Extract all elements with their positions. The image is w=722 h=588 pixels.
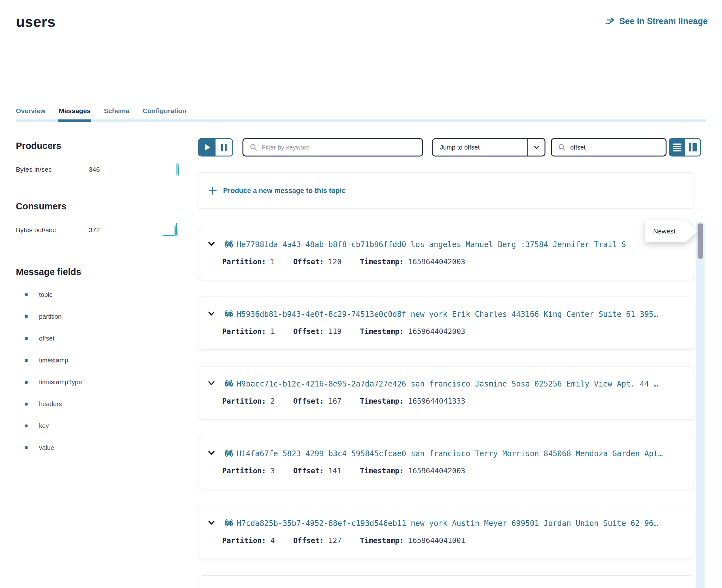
message-fields-list: topic partition offset timestamp timesta… [16, 291, 198, 451]
message-meta: Partition: 2 Offset: 167 Timestamp: 1659… [222, 397, 686, 405]
stream-lineage-icon [605, 17, 616, 26]
bytes-out-value: 372 [89, 226, 100, 234]
message-card[interactable]: �� H9bacc71c-b12c-4216-8e95-2a7da727e426… [198, 366, 694, 419]
message-meta: Partition: 4 Offset: 127 Timestamp: 1659… [222, 537, 686, 545]
play-button[interactable] [199, 139, 215, 155]
split-view-button[interactable] [685, 139, 700, 155]
field-item-value[interactable]: value [16, 444, 198, 451]
play-icon [205, 144, 210, 150]
produce-message-label: Produce a new message to this topic [223, 187, 346, 195]
partition-value: 3 [270, 467, 275, 475]
message-preview-text: H7cda825b-35b7-4952-88ef-c193d546eb11 ne… [237, 519, 686, 528]
chevron-down-icon [528, 139, 544, 155]
partition-value: 4 [270, 537, 275, 545]
message-card[interactable]: �� Hba30eed7-1edc-452b-8b1a-738d3b5d8a9a… [198, 575, 694, 588]
live-consume-toggle [198, 138, 233, 156]
field-bullet-icon [25, 359, 27, 362]
field-item-timestamp[interactable]: timestamp [16, 357, 198, 364]
field-item-key[interactable]: key [16, 422, 198, 429]
plus-icon [208, 186, 218, 195]
message-meta: Partition: 3 Offset: 141 Timestamp: 1659… [222, 467, 686, 475]
offset-value: 120 [328, 257, 342, 266]
partition-value: 1 [270, 327, 275, 336]
binary-key-icon: �� [224, 310, 233, 319]
see-in-stream-lineage-link[interactable]: See in Stream lineage [605, 17, 708, 26]
field-bullet-icon [25, 337, 27, 340]
partition-value: 1 [270, 257, 275, 266]
tab-messages[interactable]: Messages [59, 107, 90, 122]
field-bullet-icon [25, 381, 27, 384]
offset-search-field [551, 138, 666, 156]
jump-to-offset-select[interactable]: Jump to offset [432, 138, 545, 156]
topic-tabs: Overview Messages Schema Configuration [16, 69, 706, 122]
message-card[interactable]: �� H14fa67fe-5823-4299-b3c4-595845cfcae0… [198, 436, 694, 489]
offset-search-input[interactable] [570, 144, 659, 151]
expand-chevron-icon[interactable] [207, 379, 215, 389]
binary-key-icon: �� [224, 449, 233, 458]
search-icon [250, 144, 257, 151]
message-card[interactable]: �� H5936db81-b943-4e0f-8c29-74513e0c0d8f… [198, 296, 694, 350]
expand-chevron-icon[interactable] [207, 240, 215, 249]
bytes-out-sparkline [162, 222, 181, 238]
filter-field [243, 138, 423, 156]
message-fields-heading: Message fields [16, 267, 198, 277]
see-in-stream-lineage-label: See in Stream lineage [619, 17, 708, 26]
bytes-in-value: 346 [89, 166, 100, 173]
timestamp-value: 1659644041001 [408, 537, 465, 545]
field-item-headers[interactable]: headers [16, 400, 198, 408]
newest-tooltip-label: Newest [645, 220, 697, 243]
filter-by-keyword-input[interactable] [262, 144, 416, 151]
list-view-icon [673, 144, 681, 151]
offset-value: 141 [328, 467, 342, 475]
field-item-offset[interactable]: offset [16, 335, 198, 342]
bytes-in-metric: Bytes in/sec 346 [16, 161, 181, 178]
offset-value: 119 [328, 327, 342, 336]
expand-chevron-icon[interactable] [207, 449, 215, 458]
message-list: �� He77981da-4a43-48ab-b8f8-cb71b96ffdd0… [198, 227, 694, 588]
binary-key-icon: �� [224, 380, 233, 388]
produce-message-button[interactable]: Produce a new message to this topic [198, 172, 694, 209]
message-card[interactable]: �� H7cda825b-35b7-4952-88ef-c193d546eb11… [198, 506, 694, 559]
list-view-button[interactable] [670, 139, 685, 155]
binary-key-icon: �� [224, 240, 233, 249]
message-meta: Partition: 1 Offset: 119 Timestamp: 1659… [222, 327, 686, 336]
messages-panel: Jump to offset [198, 138, 722, 588]
field-bullet-icon [25, 403, 27, 405]
expand-chevron-icon[interactable] [207, 519, 215, 528]
bytes-out-label: Bytes out/sec [16, 226, 89, 234]
expand-chevron-icon[interactable] [207, 310, 215, 319]
field-bullet-icon [25, 293, 27, 296]
split-view-icon [689, 143, 697, 151]
timestamp-value: 1659644042003 [408, 257, 465, 266]
bytes-in-label: Bytes in/sec [16, 166, 89, 173]
timestamp-value: 1659644041333 [408, 397, 465, 405]
message-preview-text: H14fa67fe-5823-4299-b3c4-595845cfcae0 sa… [237, 449, 686, 458]
messages-toolbar: Jump to offset [198, 138, 694, 156]
consumers-heading: Consumers [16, 201, 198, 212]
bytes-out-metric: Bytes out/sec 372 [16, 222, 181, 238]
scrollbar-thumb[interactable] [698, 223, 703, 259]
message-preview-text: H9bacc71c-b12c-4216-8e95-2a7da727e426 sa… [237, 380, 686, 388]
topic-page: users See in Stream lineage Overview Mes… [0, 0, 722, 588]
page-header: users See in Stream lineage [0, 0, 722, 69]
view-mode-toggle [669, 138, 701, 156]
field-bullet-icon [25, 424, 27, 427]
newest-tooltip: Newest [645, 220, 697, 243]
binary-key-icon: �� [224, 519, 233, 528]
message-card[interactable]: �� He77981da-4a43-48ab-b8f8-cb71b96ffdd0… [198, 227, 694, 280]
offset-value: 127 [328, 537, 342, 545]
timestamp-value: 1659644042003 [408, 327, 465, 336]
field-item-topic[interactable]: topic [16, 291, 198, 298]
pause-button[interactable] [215, 139, 232, 155]
search-icon [558, 144, 566, 151]
producers-heading: Producers [16, 141, 198, 151]
field-item-timestampType[interactable]: timestampType [16, 379, 198, 386]
scrollbar-track[interactable] [696, 222, 705, 588]
jump-to-offset-value: Jump to offset [433, 139, 528, 155]
message-preview-text: He77981da-4a43-48ab-b8f8-cb71b96ffdd0 lo… [237, 240, 686, 249]
page-title: users [16, 13, 708, 30]
message-preview-text: H5936db81-b943-4e0f-8c29-74513e0c0d8f ne… [237, 310, 686, 319]
topic-sidebar: Producers Bytes in/sec 346 Consumers Byt… [16, 138, 198, 588]
field-item-partition[interactable]: partition [16, 313, 198, 320]
timestamp-value: 1659644042003 [408, 467, 465, 475]
